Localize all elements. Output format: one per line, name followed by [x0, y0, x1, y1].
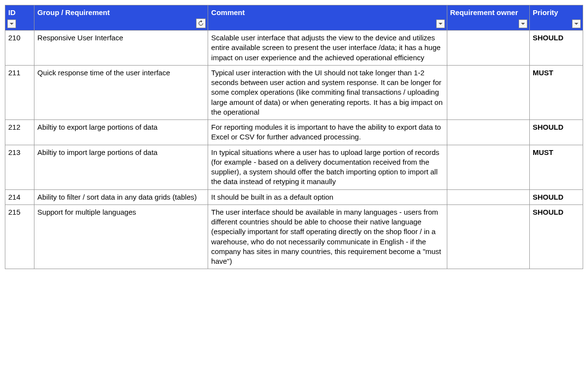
- cell-owner: [447, 120, 529, 145]
- cell-comment: Scalable user interface that adjusts the…: [208, 31, 447, 66]
- filter-button-comment[interactable]: [436, 19, 445, 28]
- cell-requirement: Abiltiy to import large portions of data: [34, 145, 208, 189]
- cell-priority: MUST: [529, 145, 583, 189]
- cell-comment: In typical situations where a user has t…: [208, 145, 447, 189]
- chevron-down-icon: [9, 21, 14, 26]
- header-owner-label: Requirement owner: [450, 8, 518, 17]
- cell-id: 213: [5, 145, 34, 189]
- cell-priority: SHOULD: [529, 204, 583, 269]
- cell-id: 210: [5, 31, 34, 66]
- cell-comment: The user interface should be available i…: [208, 204, 447, 269]
- header-owner: Requirement owner: [447, 5, 529, 31]
- header-requirement-label: Group / Requirement: [37, 8, 110, 17]
- cell-priority: MUST: [529, 65, 583, 119]
- header-priority-label: Priority: [533, 8, 558, 17]
- cell-requirement: Ability to filter / sort data in any dat…: [34, 189, 208, 204]
- cell-priority: SHOULD: [529, 189, 583, 204]
- filter-button-priority[interactable]: [572, 19, 581, 28]
- cell-requirement: Responsive User Interface: [34, 31, 208, 66]
- cell-owner: [447, 204, 529, 269]
- cell-owner: [447, 145, 529, 189]
- cell-priority: SHOULD: [529, 31, 583, 66]
- header-requirement: Group / Requirement: [34, 5, 208, 31]
- cell-comment: Typical user interaction with the UI sho…: [208, 65, 447, 119]
- cell-owner: [447, 189, 529, 204]
- table-row: 214Ability to filter / sort data in any …: [5, 189, 583, 204]
- cell-owner: [447, 31, 529, 66]
- header-id-label: ID: [8, 8, 16, 17]
- cell-requirement: Support for multiple languages: [34, 204, 208, 269]
- chevron-down-icon: [574, 21, 579, 26]
- table-row: 211Quick response time of the user inter…: [5, 65, 583, 119]
- table-row: 212Abiltiy to export large portions of d…: [5, 120, 583, 145]
- cell-id: 212: [5, 120, 34, 145]
- cell-owner: [447, 65, 529, 119]
- table-header-row: ID Group / Requirement Comment Requireme…: [5, 5, 583, 31]
- header-comment: Comment: [208, 5, 447, 31]
- table-row: 213Abiltiy to import large portions of d…: [5, 145, 583, 189]
- table-row: 210Responsive User InterfaceScalable use…: [5, 31, 583, 66]
- cell-comment: For reporting modules it is important to…: [208, 120, 447, 145]
- header-comment-label: Comment: [211, 8, 245, 17]
- header-priority: Priority: [529, 5, 583, 31]
- requirements-table: ID Group / Requirement Comment Requireme…: [5, 5, 583, 269]
- reload-button-requirement[interactable]: [196, 18, 206, 28]
- chevron-down-icon: [521, 21, 525, 26]
- chevron-down-icon: [438, 21, 443, 26]
- cell-id: 211: [5, 65, 34, 119]
- cell-id: 215: [5, 204, 34, 269]
- cell-requirement: Quick response time of the user interfac…: [34, 65, 208, 119]
- cell-id: 214: [5, 189, 34, 204]
- cell-priority: SHOULD: [529, 120, 583, 145]
- reload-icon: [197, 20, 204, 27]
- filter-button-id[interactable]: [7, 19, 16, 28]
- cell-comment: It should be built in as a default optio…: [208, 189, 447, 204]
- header-id: ID: [5, 5, 34, 31]
- filter-button-owner[interactable]: [519, 19, 527, 28]
- cell-requirement: Abiltiy to export large portions of data: [34, 120, 208, 145]
- table-row: 215Support for multiple languagesThe use…: [5, 204, 583, 269]
